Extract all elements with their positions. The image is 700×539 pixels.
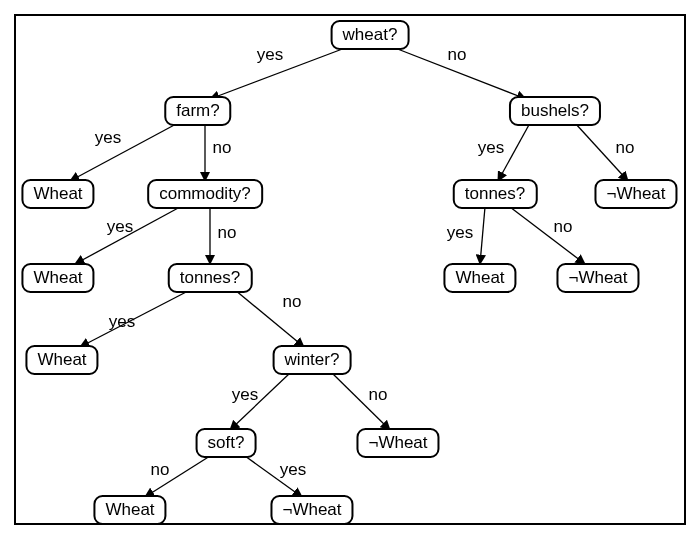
leaf-wheat: Wheat <box>93 495 166 525</box>
edge-label-no: no <box>151 460 170 480</box>
node-soft: soft? <box>196 428 257 458</box>
node-winter: winter? <box>273 345 352 375</box>
edge-label-yes: yes <box>447 223 473 243</box>
node-tonnes: tonnes? <box>168 263 253 293</box>
edge-label-no: no <box>554 217 573 237</box>
leaf-wheat: Wheat <box>25 345 98 375</box>
leaf-not-wheat: ¬Wheat <box>356 428 439 458</box>
edge-label-no: no <box>213 138 232 158</box>
leaf-not-wheat: ¬Wheat <box>270 495 353 525</box>
leaf-wheat: Wheat <box>21 263 94 293</box>
edge-label-yes: yes <box>109 312 135 332</box>
edge-label-yes: yes <box>95 128 121 148</box>
edge-label-yes: yes <box>478 138 504 158</box>
decision-tree-canvas: wheat? yes no farm? bushels? yes no yes … <box>0 0 700 539</box>
edge-label-yes: yes <box>280 460 306 480</box>
edge-label-no: no <box>369 385 388 405</box>
node-bushels: bushels? <box>509 96 601 126</box>
edge-label-no: no <box>218 223 237 243</box>
node-farm: farm? <box>164 96 231 126</box>
node-wheat: wheat? <box>331 20 410 50</box>
edge-label-no: no <box>616 138 635 158</box>
edge-label-yes: yes <box>107 217 133 237</box>
edge-label-no: no <box>448 45 467 65</box>
edge-label-no: no <box>283 292 302 312</box>
node-tonnes: tonnes? <box>453 179 538 209</box>
leaf-not-wheat: ¬Wheat <box>556 263 639 293</box>
leaf-wheat: Wheat <box>443 263 516 293</box>
node-commodity: commodity? <box>147 179 263 209</box>
edge-label-yes: yes <box>232 385 258 405</box>
edge-label-yes: yes <box>257 45 283 65</box>
leaf-wheat: Wheat <box>21 179 94 209</box>
leaf-not-wheat: ¬Wheat <box>594 179 677 209</box>
